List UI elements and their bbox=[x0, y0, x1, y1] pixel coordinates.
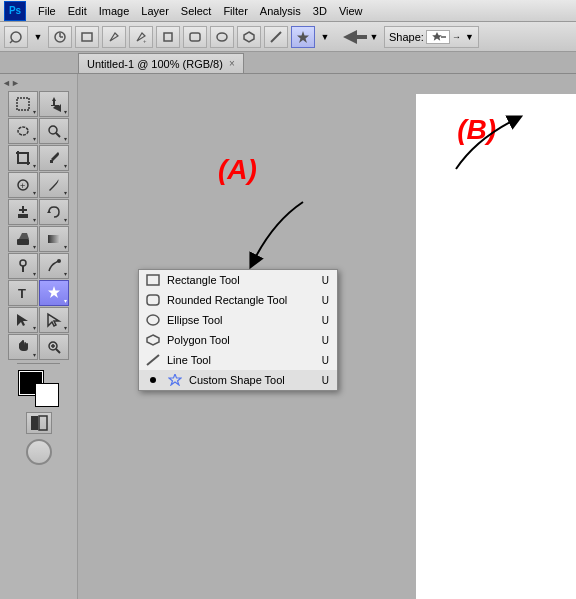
active-dot bbox=[150, 377, 156, 383]
svg-point-44 bbox=[147, 315, 159, 325]
menu-file[interactable]: File bbox=[32, 0, 62, 21]
custom-shape-shortcut: U bbox=[322, 375, 329, 386]
history-brush-tool[interactable]: ▾ bbox=[39, 199, 69, 225]
context-menu-rectangle[interactable]: Rectangle Tool U bbox=[139, 270, 337, 290]
context-menu-line[interactable]: Line Tool U bbox=[139, 350, 337, 370]
clone-stamp-tool[interactable]: ▾ bbox=[8, 199, 38, 225]
tool-row-2: ▾ ▾ bbox=[2, 118, 75, 144]
svg-point-17 bbox=[18, 127, 28, 135]
rounded-rect-btn[interactable] bbox=[183, 26, 207, 48]
shape-preview bbox=[426, 30, 450, 44]
document-tab[interactable]: Untitled-1 @ 100% (RGB/8) × bbox=[78, 53, 244, 73]
brush-tool[interactable]: ▾ bbox=[39, 172, 69, 198]
polygon-tool-icon bbox=[145, 332, 161, 348]
arrow-select-dropdown[interactable]: ▼ bbox=[367, 26, 381, 48]
svg-marker-33 bbox=[48, 314, 59, 326]
marquee-rect-tool[interactable]: ▾ bbox=[8, 91, 38, 117]
tool-row-6: ▾ ▾ bbox=[2, 226, 75, 252]
screen-mode-btn[interactable] bbox=[26, 439, 52, 465]
menu-view[interactable]: View bbox=[333, 0, 369, 21]
brush-preset-arrow[interactable]: ▼ bbox=[31, 26, 45, 48]
tab-close-btn[interactable]: × bbox=[229, 58, 235, 69]
rect-shape-btn[interactable] bbox=[75, 26, 99, 48]
svg-marker-16 bbox=[51, 97, 61, 112]
eraser-tool[interactable]: ▾ bbox=[8, 226, 38, 252]
lasso-tool[interactable]: ▾ bbox=[8, 118, 38, 144]
annotation-a: (A) bbox=[218, 154, 257, 186]
tab-title: Untitled-1 @ 100% (RGB/8) bbox=[87, 58, 223, 70]
path-selection-tool[interactable]: ▾ bbox=[8, 307, 38, 333]
svg-text:+: + bbox=[143, 38, 147, 44]
svg-marker-31 bbox=[48, 286, 60, 298]
polygon-btn[interactable] bbox=[237, 26, 261, 48]
context-menu-custom-shape[interactable]: Custom Shape Tool U bbox=[139, 370, 337, 390]
context-menu-rounded-rect[interactable]: Rounded Rectangle Tool U bbox=[139, 290, 337, 310]
custom-shape-label: Custom Shape Tool bbox=[189, 374, 285, 386]
menu-filter[interactable]: Filter bbox=[217, 0, 253, 21]
svg-line-46 bbox=[147, 355, 159, 365]
ps-logo: Ps bbox=[4, 1, 26, 21]
shape-tool-active[interactable]: ▾ bbox=[39, 280, 69, 306]
menu-edit[interactable]: Edit bbox=[62, 0, 93, 21]
menu-layer[interactable]: Layer bbox=[135, 0, 175, 21]
custom-shape-active-indicator bbox=[145, 372, 161, 388]
context-menu-ellipse[interactable]: Ellipse Tool U bbox=[139, 310, 337, 330]
spot-healing-tool[interactable]: + ▾ bbox=[8, 172, 38, 198]
svg-marker-47 bbox=[169, 374, 181, 385]
crop-tool[interactable]: ▾ bbox=[8, 145, 38, 171]
svg-point-8 bbox=[217, 33, 227, 41]
ellipse-tool-icon bbox=[145, 312, 161, 328]
svg-rect-15 bbox=[17, 98, 29, 110]
svg-marker-32 bbox=[17, 314, 28, 326]
brush-preset-btn[interactable] bbox=[4, 26, 28, 48]
clock-btn[interactable] bbox=[48, 26, 72, 48]
zoom-tool[interactable] bbox=[39, 334, 69, 360]
toolbar: ◄► ▾ ▾ ▾ ▾ bbox=[0, 74, 78, 599]
custom-shape-active-btn[interactable] bbox=[291, 26, 315, 48]
background-color[interactable] bbox=[35, 383, 59, 407]
square-shape-btn[interactable] bbox=[156, 26, 180, 48]
shape-dropdown[interactable]: Shape: → ▼ bbox=[384, 26, 479, 48]
pen-path-tool[interactable]: ▾ bbox=[39, 253, 69, 279]
menu-select[interactable]: Select bbox=[175, 0, 218, 21]
shape-dropdown-arrow: → bbox=[452, 32, 461, 42]
pen-add-btn[interactable]: + bbox=[129, 26, 153, 48]
quick-selection-tool[interactable]: ▾ bbox=[39, 118, 69, 144]
ellipse-btn[interactable] bbox=[210, 26, 234, 48]
svg-text:+: + bbox=[20, 181, 25, 191]
svg-rect-38 bbox=[31, 416, 38, 430]
menu-analysis[interactable]: Analysis bbox=[254, 0, 307, 21]
svg-marker-11 bbox=[297, 31, 309, 43]
direct-selection-tool[interactable]: ▾ bbox=[39, 307, 69, 333]
dodge-tool[interactable]: ▾ bbox=[8, 253, 38, 279]
line-tool-btn[interactable] bbox=[264, 26, 288, 48]
svg-marker-13 bbox=[432, 32, 442, 41]
quick-mask-btn[interactable] bbox=[26, 412, 52, 434]
hand-tool[interactable]: ▾ bbox=[8, 334, 38, 360]
shape-dropdown-chevron: ▼ bbox=[465, 32, 474, 42]
svg-point-29 bbox=[57, 259, 61, 263]
polygon-shortcut: U bbox=[322, 335, 329, 346]
rectangle-tool-shortcut: U bbox=[322, 275, 329, 286]
svg-rect-39 bbox=[39, 416, 47, 430]
context-menu-polygon[interactable]: Polygon Tool U bbox=[139, 330, 337, 350]
svg-rect-20 bbox=[50, 160, 53, 163]
svg-marker-12 bbox=[343, 30, 367, 44]
ellipse-shortcut: U bbox=[322, 315, 329, 326]
toolbar-collapse-btn[interactable]: ◄► bbox=[2, 78, 20, 88]
arrow-a-svg bbox=[243, 192, 323, 272]
tool-row-7: ▾ ▾ bbox=[2, 253, 75, 279]
line-label: Line Tool bbox=[167, 354, 211, 366]
pen-btn[interactable] bbox=[102, 26, 126, 48]
tool-row-3: ▾ ▾ bbox=[2, 145, 75, 171]
custom-shape-arrow[interactable]: ▼ bbox=[318, 26, 332, 48]
tab-bar: Untitled-1 @ 100% (RGB/8) × bbox=[0, 52, 576, 74]
move-tool[interactable]: ▾ bbox=[39, 91, 69, 117]
eyedropper-tool[interactable]: ▾ bbox=[39, 145, 69, 171]
menu-image[interactable]: Image bbox=[93, 0, 136, 21]
gradient-tool[interactable]: ▾ bbox=[39, 226, 69, 252]
type-tool[interactable]: T bbox=[8, 280, 38, 306]
menu-3d[interactable]: 3D bbox=[307, 0, 333, 21]
arrow-select-area: ▼ bbox=[343, 26, 381, 48]
rounded-rect-shortcut: U bbox=[322, 295, 329, 306]
